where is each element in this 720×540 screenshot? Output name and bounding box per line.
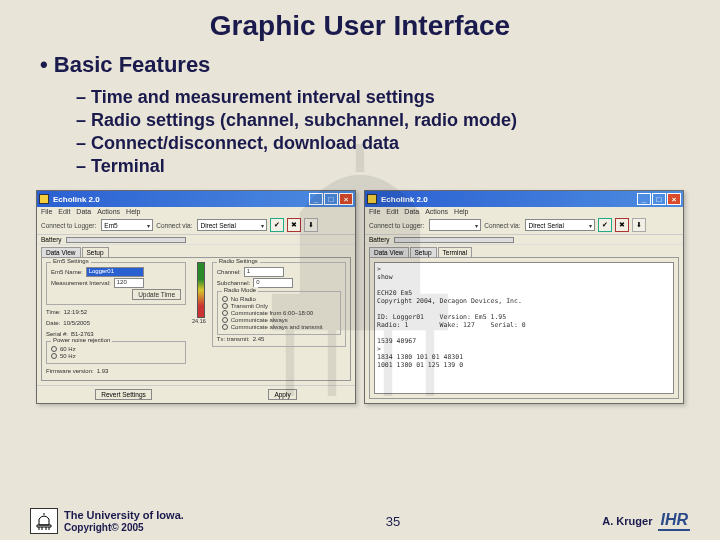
app-icon bbox=[39, 194, 49, 204]
tab-setup[interactable]: Setup bbox=[82, 247, 109, 257]
connect-select[interactable] bbox=[429, 219, 481, 231]
power-noise-fieldset: Power noise rejection 60 Hz 50 Hz bbox=[46, 341, 186, 364]
disconnect-icon[interactable]: ✖ bbox=[287, 218, 301, 232]
download-icon[interactable]: ⬇ bbox=[304, 218, 318, 232]
toolbar: Connect to Logger: Connect via: Direct S… bbox=[365, 216, 683, 235]
battery-bar bbox=[394, 237, 514, 243]
tabs: Data View Setup Terminal bbox=[365, 245, 683, 257]
terminal-body: > show ECH20 Em5 Copyright 2004, Decagon… bbox=[369, 257, 679, 399]
tabs: Data View Setup bbox=[37, 245, 355, 257]
footer-copyright: Copyright© 2005 bbox=[64, 522, 184, 533]
fw-label: Firmware version: bbox=[46, 368, 94, 374]
menubar: File Edit Data Actions Help bbox=[37, 207, 355, 216]
slide-footer: The University of Iowa. Copyright© 2005 … bbox=[0, 504, 720, 540]
app-icon bbox=[367, 194, 377, 204]
via-select[interactable]: Direct Serial bbox=[197, 219, 267, 231]
bullet-main: • Basic Features bbox=[40, 52, 680, 78]
via-label: Connect via: bbox=[156, 222, 192, 229]
radio-60hz[interactable] bbox=[51, 346, 57, 352]
tab-terminal[interactable]: Terminal bbox=[438, 247, 473, 257]
titlebar[interactable]: Echolink 2.0 _ □ × bbox=[365, 191, 683, 207]
tab-data-view[interactable]: Data View bbox=[41, 247, 81, 257]
gauge-value: 24.16 bbox=[192, 318, 206, 324]
author-name: A. Kruger bbox=[602, 515, 652, 527]
name-label: Em5 Name: bbox=[51, 269, 83, 275]
close-button[interactable]: × bbox=[339, 193, 353, 205]
setup-body: Em5 Settings Em5 Name:Logger01 Measureme… bbox=[41, 257, 351, 381]
date-label: Date: bbox=[46, 320, 60, 326]
window-title: Echolink 2.0 bbox=[381, 195, 428, 204]
interval-input[interactable]: 120 bbox=[114, 278, 144, 288]
toolbar: Connect to Logger: Em5 Connect via: Dire… bbox=[37, 216, 355, 235]
menu-item[interactable]: Data bbox=[404, 208, 419, 215]
page-number: 35 bbox=[184, 514, 603, 529]
radio-mode-opt[interactable] bbox=[222, 310, 228, 316]
tab-setup[interactable]: Setup bbox=[410, 247, 437, 257]
connect-icon[interactable]: ✔ bbox=[598, 218, 612, 232]
channel-input[interactable]: 1 bbox=[244, 267, 284, 277]
apply-button[interactable]: Apply bbox=[268, 389, 296, 400]
menu-item[interactable]: Actions bbox=[425, 208, 448, 215]
menu-item[interactable]: Edit bbox=[58, 208, 70, 215]
radio-mode-opt[interactable] bbox=[222, 303, 228, 309]
interval-label: Measurement Interval: bbox=[51, 280, 111, 286]
subchannel-input[interactable]: 0 bbox=[253, 278, 293, 288]
bullet-block: • Basic Features Time and measurement in… bbox=[0, 42, 720, 178]
screenshots-row: Echolink 2.0 _ □ × File Edit Data Action… bbox=[0, 178, 720, 404]
minimize-button[interactable]: _ bbox=[637, 193, 651, 205]
em5-settings-fieldset: Em5 Settings Em5 Name:Logger01 Measureme… bbox=[46, 262, 186, 305]
time-label: Time: bbox=[46, 309, 61, 315]
menu-item[interactable]: Help bbox=[126, 208, 140, 215]
connect-label: Connect to Logger: bbox=[41, 222, 96, 229]
disconnect-icon[interactable]: ✖ bbox=[615, 218, 629, 232]
menu-item[interactable]: Actions bbox=[97, 208, 120, 215]
titlebar[interactable]: Echolink 2.0 _ □ × bbox=[37, 191, 355, 207]
radio-mode-opt[interactable] bbox=[222, 296, 228, 302]
sub-bullet: Time and measurement interval settings bbox=[76, 86, 680, 109]
radio-mode-opt[interactable] bbox=[222, 317, 228, 323]
app-window-terminal: Echolink 2.0 _ □ × File Edit Data Action… bbox=[364, 190, 684, 404]
battery-row: Battery bbox=[37, 235, 355, 245]
menu-item[interactable]: Data bbox=[76, 208, 91, 215]
revert-button[interactable]: Revert Settings bbox=[95, 389, 151, 400]
battery-label: Battery bbox=[41, 236, 62, 243]
sub-bullet-list: Time and measurement interval settings R… bbox=[40, 78, 680, 178]
via-select[interactable]: Direct Serial bbox=[525, 219, 595, 231]
ihr-logo: IHR bbox=[658, 511, 690, 531]
sub-bullet: Connect/disconnect, download data bbox=[76, 132, 680, 155]
connect-label: Connect to Logger: bbox=[369, 222, 424, 229]
download-icon[interactable]: ⬇ bbox=[632, 218, 646, 232]
terminal-output[interactable]: > show ECH20 Em5 Copyright 2004, Decagon… bbox=[374, 262, 674, 394]
tab-data-view[interactable]: Data View bbox=[369, 247, 409, 257]
battery-label: Battery bbox=[369, 236, 390, 243]
menu-item[interactable]: File bbox=[41, 208, 52, 215]
menubar: File Edit Data Actions Help bbox=[365, 207, 683, 216]
name-input[interactable]: Logger01 bbox=[86, 267, 144, 277]
battery-bar bbox=[66, 237, 186, 243]
menu-item[interactable]: Help bbox=[454, 208, 468, 215]
sub-bullet: Terminal bbox=[76, 155, 680, 178]
menu-item[interactable]: File bbox=[369, 208, 380, 215]
footer-right: A. Kruger IHR bbox=[602, 511, 690, 531]
radio-settings-fieldset: Radio Settings Channel:1 Subchannel:0 Ra… bbox=[212, 262, 346, 347]
radio-mode-fieldset: Radio Mode No Radio Transmit Only Commun… bbox=[217, 291, 341, 335]
battery-row: Battery bbox=[365, 235, 683, 245]
maximize-button[interactable]: □ bbox=[652, 193, 666, 205]
bottom-buttons: Revert Settings Apply bbox=[37, 385, 355, 403]
window-title: Echolink 2.0 bbox=[53, 195, 100, 204]
sub-bullet: Radio settings (channel, subchannel, rad… bbox=[76, 109, 680, 132]
update-time-button[interactable]: Update Time bbox=[132, 289, 181, 300]
connect-icon[interactable]: ✔ bbox=[270, 218, 284, 232]
connect-select[interactable]: Em5 bbox=[101, 219, 153, 231]
footer-left: The University of Iowa. Copyright© 2005 bbox=[30, 508, 184, 534]
close-button[interactable]: × bbox=[667, 193, 681, 205]
footer-university: The University of Iowa. bbox=[64, 509, 184, 521]
radio-mode-opt[interactable] bbox=[222, 324, 228, 330]
maximize-button[interactable]: □ bbox=[324, 193, 338, 205]
menu-item[interactable]: Edit bbox=[386, 208, 398, 215]
signal-gauge bbox=[197, 262, 205, 318]
radio-50hz[interactable] bbox=[51, 353, 57, 359]
app-window-setup: Echolink 2.0 _ □ × File Edit Data Action… bbox=[36, 190, 356, 404]
minimize-button[interactable]: _ bbox=[309, 193, 323, 205]
via-label: Connect via: bbox=[484, 222, 520, 229]
